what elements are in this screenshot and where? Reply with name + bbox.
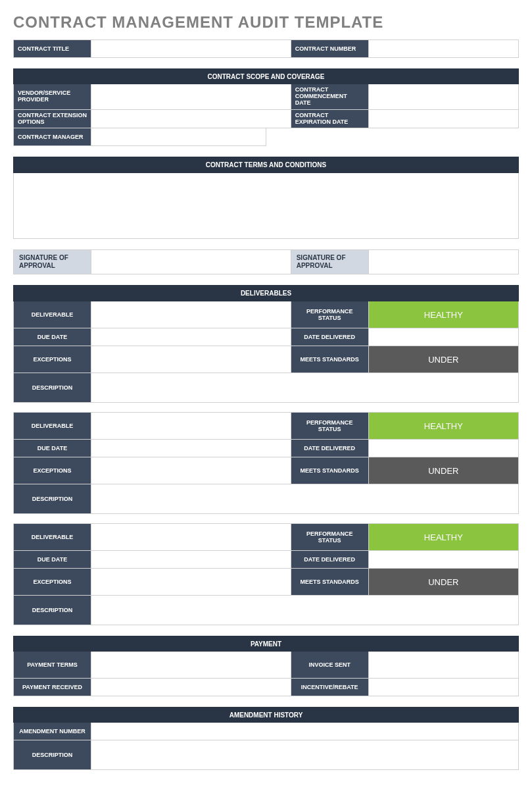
ext-value[interactable] [91,110,291,128]
meets-value[interactable]: UNDER [369,346,518,373]
vendor-value[interactable] [91,84,291,109]
exceptions-value[interactable] [91,457,291,484]
sig2-label: SIGNATURE OF APPROVAL [291,250,369,274]
amendment-desc-label: DESCRIPTION [14,740,91,769]
delivered-value[interactable] [369,328,518,346]
deliverable-value[interactable] [91,301,291,328]
amendment-num-value[interactable] [91,723,518,740]
payment-terms-label: PAYMENT TERMS [14,652,91,678]
terms-content[interactable] [13,173,519,239]
mgr-value[interactable] [91,128,266,145]
exceptions-value[interactable] [91,346,291,373]
scope-section: CONTRACT SCOPE AND COVERAGE VENDOR/SERVI… [13,68,519,146]
contract-title-value[interactable] [91,40,291,57]
delivered-label: DATE DELIVERED [291,328,369,346]
meets-value[interactable]: UNDER [369,457,518,484]
signatures-section: SIGNATURE OF APPROVAL SIGNATURE OF APPRO… [13,249,519,274]
description-value[interactable] [91,373,518,402]
deliverables-section: DELIVERABLES DELIVERABLE PERFORMANCE STA… [13,285,519,625]
mgr-label: CONTRACT MANAGER [14,128,91,145]
invoice-value[interactable] [369,652,518,678]
description-value[interactable] [91,484,518,513]
due-label: DUE DATE [14,440,91,457]
deliverable-block-1: DELIVERABLE PERFORMANCE STATUS HEALTHY D… [13,301,519,403]
exceptions-value[interactable] [91,569,291,595]
contract-title-label: CONTRACT TITLE [14,40,91,57]
sig1-value[interactable] [91,250,291,274]
due-label: DUE DATE [14,328,91,346]
received-value[interactable] [91,679,291,696]
meets-value[interactable]: UNDER [369,569,518,595]
performance-label: PERFORMANCE STATUS [291,524,369,550]
deliverable-label: DELIVERABLE [14,524,91,550]
scope-header: CONTRACT SCOPE AND COVERAGE [13,68,519,85]
description-label: DESCRIPTION [14,373,91,402]
description-label: DESCRIPTION [14,484,91,513]
ext-label: CONTRACT EXTENSION OPTIONS [14,110,91,128]
performance-value[interactable]: HEALTHY [369,301,518,328]
deliverable-block-2: DELIVERABLE PERFORMANCE STATUS HEALTHY D… [13,412,519,514]
contract-number-value[interactable] [369,40,518,57]
performance-value[interactable]: HEALTHY [369,413,518,439]
payment-section: PAYMENT PAYMENT TERMS INVOICE SENT PAYME… [13,636,519,696]
description-label: DESCRIPTION [14,596,91,625]
delivered-label: DATE DELIVERED [291,551,369,568]
received-label: PAYMENT RECEIVED [14,679,91,696]
sig1-label: SIGNATURE OF APPROVAL [14,250,91,274]
performance-value[interactable]: HEALTHY [369,524,518,550]
due-value[interactable] [91,440,291,457]
exceptions-label: EXCEPTIONS [14,457,91,484]
deliverable-value[interactable] [91,524,291,550]
vendor-label: VENDOR/SERVICE PROVIDER [14,84,91,109]
delivered-value[interactable] [369,551,518,568]
amendment-num-label: AMENDMENT NUMBER [14,723,91,740]
terms-section: CONTRACT TERMS AND CONDITIONS [13,157,519,239]
due-value[interactable] [91,328,291,346]
exceptions-label: EXCEPTIONS [14,569,91,595]
deliverable-block-3: DELIVERABLE PERFORMANCE STATUS HEALTHY D… [13,523,519,625]
performance-label: PERFORMANCE STATUS [291,413,369,439]
meets-label: MEETS STANDARDS [291,457,369,484]
performance-label: PERFORMANCE STATUS [291,301,369,328]
amendment-header: AMENDMENT HISTORY [13,707,519,723]
sig2-value[interactable] [369,250,518,274]
page-title: CONTRACT MANAGEMENT AUDIT TEMPLATE [13,13,519,32]
terms-header: CONTRACT TERMS AND CONDITIONS [13,157,519,173]
incentive-label: INCENTIVE/REBATE [291,679,369,696]
delivered-value[interactable] [369,440,518,457]
contract-header-section: CONTRACT TITLE CONTRACT NUMBER [13,39,519,58]
description-value[interactable] [91,596,518,625]
exp-label: CONTRACT EXPIRATION DATE [291,110,369,128]
amendment-section: AMENDMENT HISTORY AMENDMENT NUMBER DESCR… [13,707,519,770]
delivered-label: DATE DELIVERED [291,440,369,457]
contract-number-label: CONTRACT NUMBER [291,40,369,57]
due-value[interactable] [91,551,291,568]
commence-label: CONTRACT COMMENCEMENT DATE [291,84,369,109]
payment-header: PAYMENT [13,636,519,652]
commence-value[interactable] [369,84,518,109]
meets-label: MEETS STANDARDS [291,346,369,373]
exp-value[interactable] [369,110,518,128]
meets-label: MEETS STANDARDS [291,569,369,595]
exceptions-label: EXCEPTIONS [14,346,91,373]
invoice-label: INVOICE SENT [291,652,369,678]
payment-terms-value[interactable] [91,652,291,678]
deliverable-label: DELIVERABLE [14,301,91,328]
deliverable-value[interactable] [91,413,291,439]
deliverables-header: DELIVERABLES [13,285,519,301]
due-label: DUE DATE [14,551,91,568]
incentive-value[interactable] [369,679,518,696]
amendment-desc-value[interactable] [91,740,518,769]
deliverable-label: DELIVERABLE [14,413,91,439]
